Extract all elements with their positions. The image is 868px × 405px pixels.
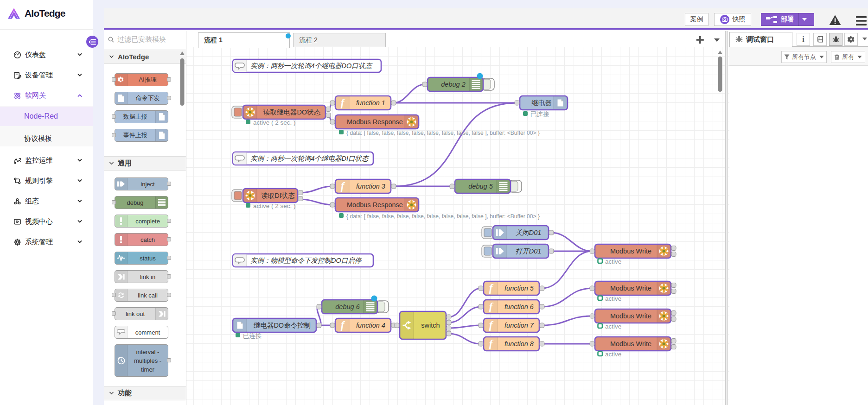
svg-text:function 5: function 5 [504, 285, 534, 292]
svg-text:Modbus Write: Modbus Write [610, 312, 651, 320]
svg-text:已连接: 已连接 [530, 111, 549, 118]
svg-text:active: active [605, 323, 621, 330]
svg-text:function 7: function 7 [504, 322, 534, 329]
svg-text:active: active [605, 258, 621, 265]
svg-text:关闭D01: 关闭D01 [516, 229, 542, 236]
svg-text:active ( 2 sec. ): active ( 2 sec. ) [253, 202, 296, 209]
svg-text:active ( 2 sec. ): active ( 2 sec. ) [253, 119, 296, 126]
svg-text:function 6: function 6 [504, 303, 534, 310]
svg-text:debug 6: debug 6 [335, 303, 360, 310]
svg-text:读取继电器DO状态: 读取继电器DO状态 [263, 108, 321, 116]
svg-text:function 3: function 3 [356, 183, 385, 190]
svg-text:Modbus Write: Modbus Write [610, 285, 651, 292]
svg-text:active: active [605, 295, 621, 302]
svg-text:function 1: function 1 [356, 99, 385, 107]
svg-text:打开D01: 打开D01 [516, 247, 542, 255]
svg-text:debug 2: debug 2 [441, 81, 465, 88]
svg-text:实例：两秒一次轮询4个继电器DO口状态: 实例：两秒一次轮询4个继电器DO口状态 [250, 62, 373, 70]
svg-text:Modbus Write: Modbus Write [610, 340, 651, 348]
svg-text:{ data: [ false, false, false,: { data: [ false, false, false, false, fa… [346, 130, 540, 136]
svg-text:Modbus Write: Modbus Write [610, 247, 651, 255]
svg-text:Modbus Response: Modbus Response [347, 201, 403, 209]
svg-text:实例：两秒一次轮询4个继电器DI口状态: 实例：两秒一次轮询4个继电器DI口状态 [250, 155, 370, 162]
svg-text:继电器: 继电器 [531, 99, 552, 107]
svg-text:读取DI状态: 读取DI状态 [261, 192, 295, 199]
svg-text:active: active [605, 351, 621, 358]
svg-text:function 4: function 4 [356, 322, 385, 329]
svg-text:debug 5: debug 5 [468, 183, 493, 190]
svg-text:{ data: [ false, false, false,: { data: [ false, false, false, false, fa… [346, 213, 540, 220]
svg-text:function 8: function 8 [504, 340, 534, 348]
svg-text:已连接: 已连接 [243, 332, 262, 339]
svg-text:Modbus Response: Modbus Response [347, 118, 403, 126]
svg-text:实例：物模型命令下发控制DO口启停: 实例：物模型命令下发控制DO口启停 [250, 257, 362, 264]
svg-text:继电器DO命令控制: 继电器DO命令控制 [254, 322, 311, 329]
svg-text:switch: switch [421, 322, 440, 329]
